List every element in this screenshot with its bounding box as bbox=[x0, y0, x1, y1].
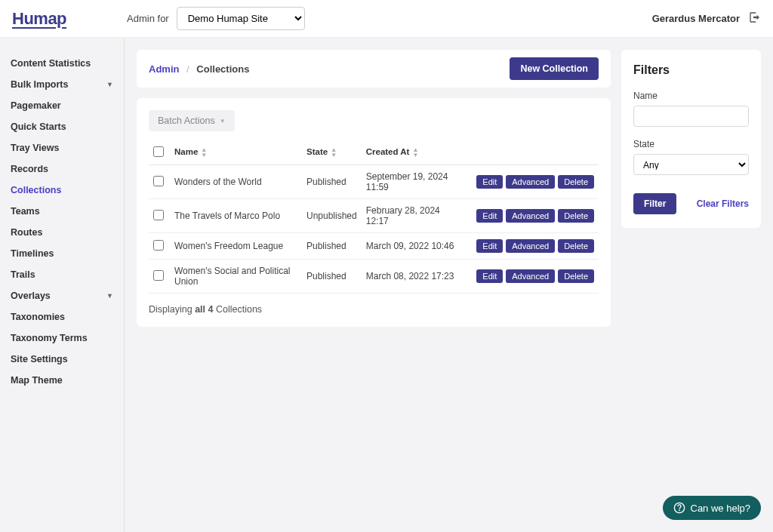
delete-button[interactable]: Delete bbox=[558, 209, 594, 223]
filter-name-input[interactable] bbox=[633, 106, 749, 127]
delete-button[interactable]: Delete bbox=[558, 269, 594, 283]
edit-button[interactable]: Edit bbox=[476, 175, 503, 189]
breadcrumb-root[interactable]: Admin bbox=[149, 63, 179, 75]
table-row: Wonders of the WorldPublishedSeptember 1… bbox=[149, 165, 599, 199]
delete-button[interactable]: Delete bbox=[558, 239, 594, 253]
sidebar-item-taxonomy-terms[interactable]: Taxonomy Terms bbox=[0, 328, 124, 349]
batch-actions-button[interactable]: Batch Actions ▼ bbox=[149, 110, 235, 131]
sidebar-item-label: Taxonomy Terms bbox=[11, 333, 88, 343]
sidebar-item-teams[interactable]: Teams bbox=[0, 201, 124, 222]
row-state: Published bbox=[302, 233, 362, 260]
breadcrumb-sep: / bbox=[186, 63, 189, 75]
batch-actions-label: Batch Actions bbox=[158, 115, 215, 126]
sidebar-item-taxonomies[interactable]: Taxonomies bbox=[0, 306, 124, 328]
row-checkbox[interactable] bbox=[153, 210, 164, 220]
admin-for-label: Admin for bbox=[127, 13, 169, 24]
edit-button[interactable]: Edit bbox=[476, 269, 503, 283]
sidebar-item-label: Timelines bbox=[11, 248, 54, 259]
sidebar: Content StatisticsBulk Imports▼Pagemaker… bbox=[0, 38, 125, 532]
row-created-at: February 28, 2024 12:17 bbox=[362, 199, 463, 233]
logo[interactable]: Humap bbox=[12, 9, 66, 29]
sort-icon: ▲▼ bbox=[201, 147, 207, 158]
breadcrumb: Admin / Collections bbox=[149, 63, 249, 75]
column-created-at[interactable]: Created At▲▼ bbox=[362, 140, 463, 165]
filters-panel: Filters Name State Any Filter Clear Filt… bbox=[621, 50, 761, 228]
row-checkbox[interactable] bbox=[153, 176, 164, 186]
sidebar-item-label: Bulk Imports bbox=[11, 79, 68, 90]
sidebar-item-label: Overlays bbox=[11, 291, 51, 301]
sidebar-item-records[interactable]: Records bbox=[0, 158, 124, 180]
sidebar-item-overlays[interactable]: Overlays▼ bbox=[0, 285, 124, 306]
sidebar-item-label: Site Settings bbox=[11, 354, 68, 364]
sidebar-item-label: Records bbox=[11, 164, 48, 174]
sidebar-item-pagemaker[interactable]: Pagemaker bbox=[0, 95, 124, 116]
sidebar-item-timelines[interactable]: Timelines bbox=[0, 243, 124, 264]
user-name[interactable]: Gerardus Mercator bbox=[652, 13, 740, 24]
sidebar-item-quick-starts[interactable]: Quick Starts bbox=[0, 116, 124, 137]
row-name: The Travels of Marco Polo bbox=[170, 199, 302, 233]
advanced-button[interactable]: Advanced bbox=[506, 239, 555, 253]
breadcrumb-current: Collections bbox=[196, 63, 249, 75]
svg-point-1 bbox=[679, 510, 679, 511]
caret-down-icon: ▼ bbox=[106, 81, 113, 88]
edit-button[interactable]: Edit bbox=[476, 209, 503, 223]
filter-button[interactable]: Filter bbox=[633, 193, 676, 214]
caret-down-icon: ▼ bbox=[106, 292, 113, 300]
advanced-button[interactable]: Advanced bbox=[506, 209, 555, 223]
row-name: Wonders of the World bbox=[170, 165, 302, 199]
delete-button[interactable]: Delete bbox=[558, 175, 594, 189]
sidebar-item-label: Taxonomies bbox=[11, 312, 65, 322]
advanced-button[interactable]: Advanced bbox=[506, 175, 555, 189]
table-row: The Travels of Marco PoloUnpublishedFebr… bbox=[149, 199, 599, 233]
help-icon bbox=[673, 502, 685, 514]
row-name: Women's Social and Political Union bbox=[170, 260, 302, 294]
clear-filters-link[interactable]: Clear Filters bbox=[697, 198, 749, 209]
table-row: Women's Freedom LeaguePublishedMarch 09,… bbox=[149, 233, 599, 260]
edit-button[interactable]: Edit bbox=[476, 239, 503, 253]
sidebar-item-label: Pagemaker bbox=[11, 100, 61, 111]
sidebar-item-tray-views[interactable]: Tray Views bbox=[0, 137, 124, 158]
select-all-checkbox[interactable] bbox=[153, 146, 164, 157]
sort-icon: ▲▼ bbox=[331, 147, 337, 158]
advanced-button[interactable]: Advanced bbox=[506, 269, 555, 283]
row-checkbox[interactable] bbox=[153, 270, 164, 281]
row-state: Published bbox=[302, 165, 362, 199]
help-widget[interactable]: Can we help? bbox=[663, 496, 762, 520]
row-created-at: March 09, 2022 10:46 bbox=[362, 233, 463, 260]
sidebar-item-bulk-imports[interactable]: Bulk Imports▼ bbox=[0, 74, 124, 95]
sidebar-item-label: Collections bbox=[11, 185, 61, 195]
sidebar-item-content-statistics[interactable]: Content Statistics bbox=[0, 53, 124, 74]
row-name: Women's Freedom League bbox=[170, 233, 302, 260]
sidebar-item-label: Tray Views bbox=[11, 143, 59, 153]
sidebar-item-label: Routes bbox=[11, 227, 42, 238]
sidebar-item-label: Teams bbox=[11, 206, 40, 217]
displaying-count: Displaying all 4 Collections bbox=[149, 304, 599, 315]
sidebar-item-collections[interactable]: Collections bbox=[0, 180, 124, 201]
filter-state-select[interactable]: Any bbox=[633, 154, 749, 175]
sidebar-item-label: Quick Starts bbox=[11, 121, 66, 132]
row-checkbox[interactable] bbox=[153, 240, 164, 251]
sidebar-item-site-settings[interactable]: Site Settings bbox=[0, 349, 124, 370]
logout-icon[interactable] bbox=[749, 11, 761, 26]
sidebar-item-routes[interactable]: Routes bbox=[0, 222, 124, 243]
row-state: Unpublished bbox=[302, 199, 362, 233]
site-select[interactable]: Demo Humap Site bbox=[177, 7, 305, 30]
sidebar-item-label: Trails bbox=[11, 269, 35, 280]
sidebar-item-map-theme[interactable]: Map Theme bbox=[0, 370, 124, 391]
help-label: Can we help? bbox=[691, 503, 751, 514]
filters-title: Filters bbox=[633, 63, 749, 77]
row-created-at: March 08, 2022 17:23 bbox=[362, 260, 463, 294]
new-collection-button[interactable]: New Collection bbox=[510, 57, 599, 80]
column-name[interactable]: Name▲▼ bbox=[170, 140, 302, 165]
sort-icon: ▲▼ bbox=[412, 147, 418, 158]
column-state[interactable]: State▲▼ bbox=[302, 140, 362, 165]
filter-name-label: Name bbox=[633, 91, 749, 101]
caret-down-icon: ▼ bbox=[220, 118, 226, 125]
row-state: Published bbox=[302, 260, 362, 294]
sidebar-item-trails[interactable]: Trails bbox=[0, 264, 124, 285]
filter-state-label: State bbox=[633, 139, 749, 149]
table-row: Women's Social and Political UnionPublis… bbox=[149, 260, 599, 294]
sidebar-item-label: Content Statistics bbox=[11, 58, 91, 69]
row-created-at: September 19, 2024 11:59 bbox=[362, 165, 463, 199]
sidebar-item-label: Map Theme bbox=[11, 375, 63, 386]
